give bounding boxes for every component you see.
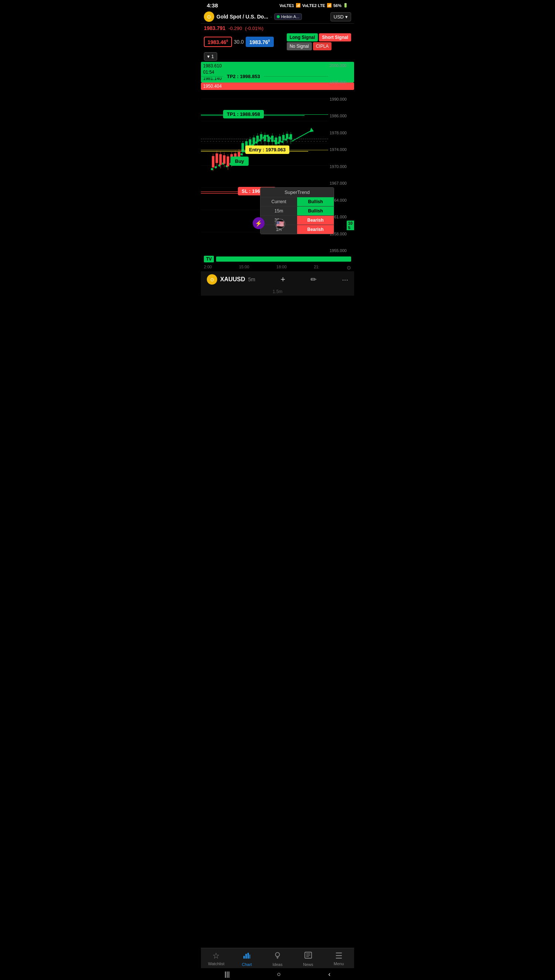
green-bar	[216, 257, 351, 261]
supertrend-row-current: Current Bullish	[260, 197, 334, 206]
short-signal-btn[interactable]: Short Signal	[319, 33, 351, 42]
price-level-1986: 1986.000	[330, 114, 353, 118]
ask-price: 1983.76	[249, 39, 268, 45]
price-level-1955: 1955.000	[330, 248, 353, 253]
symbol-title[interactable]: Gold Spot / U.S. Do...	[217, 14, 268, 19]
price-level-1967: 1967.000	[330, 181, 353, 185]
signal-icon: VoLTE1	[279, 3, 294, 8]
svg-point-14	[215, 166, 217, 168]
pencil-btn[interactable]: ✏	[310, 275, 317, 284]
status-time: 4:38	[207, 2, 218, 8]
tp2-label: TP2 : 1998.853	[223, 72, 264, 81]
tp2-line	[201, 77, 328, 77]
currency-dropdown[interactable]: USD ▾	[330, 12, 351, 21]
price-main: 1983.791	[204, 25, 225, 31]
supertrend-row-15m: 15m Bullish	[260, 206, 334, 215]
xauusd-icon: ⊙	[207, 274, 217, 285]
spread-value: 30.0	[234, 39, 244, 45]
supertrend-table: SuperTrend Current Bullish 15m Bullish 3…	[260, 187, 334, 234]
chart-dropdown[interactable]: ▾ 1	[204, 52, 217, 61]
svg-point-21	[241, 153, 243, 156]
st-timeframe-current: Current	[260, 197, 297, 206]
price-level-1974: 1974.000	[330, 147, 353, 152]
supertrend-row-1h: 1H Bearish	[260, 225, 334, 234]
heikin-badge[interactable]: Heikin A...	[274, 13, 302, 20]
price-level-1978: 1978.000	[330, 131, 353, 135]
lightning-btn[interactable]: ⚡	[253, 217, 265, 229]
entry-label: Entry : 1979.063	[245, 146, 289, 154]
st-signal-1h: Bearish	[297, 225, 334, 234]
tv-logo: TV	[204, 256, 214, 262]
ask-superscript: 0	[268, 39, 270, 43]
add-btn[interactable]: +	[281, 274, 285, 284]
st-signal-current: Bullish	[297, 197, 334, 206]
status-icons: VoLTE1 📶 VoLTE2 LTE 📶 56% 🔋	[279, 3, 348, 8]
tradingview-bar: TV	[201, 254, 354, 264]
time-label-2: 15:00	[239, 265, 249, 271]
st-signal-15m: Bullish	[297, 207, 334, 215]
dropdown-chevron: ▾	[345, 14, 348, 19]
heikin-dot	[277, 15, 280, 18]
price-row: 1983.791 -0.290 (-0.01%)	[201, 24, 354, 32]
header-left: ⊙ Gold Spot / U.S. Do... · Heikin A...	[204, 11, 330, 22]
price-level-1990: 1990.000	[330, 97, 353, 101]
tp1-line	[201, 114, 328, 115]
vol-5: 5	[348, 225, 353, 230]
vol-10: 10	[348, 221, 353, 225]
tp1-label: TP1 : 1988.958	[223, 110, 264, 119]
cipla-btn[interactable]: CIPLA	[313, 42, 332, 50]
price-level-1995: 1995.000	[330, 80, 353, 84]
chart-header: ⊙ Gold Spot / U.S. Do... · Heikin A... U…	[201, 10, 354, 24]
chart-symbol-info: ⊙ XAUUSD 5m	[207, 274, 255, 285]
currency-label: USD	[334, 14, 344, 19]
scroll-hint: 1.5m	[201, 287, 354, 296]
bid-price-box[interactable]: 1983.460	[204, 37, 232, 47]
volume-number-top: 10 5	[347, 221, 354, 230]
svg-point-13	[211, 168, 213, 170]
price-level-1970: 1970.000	[330, 164, 353, 169]
flag-icon: 🇺🇸	[275, 219, 285, 229]
bid-price: 1983.46	[208, 39, 226, 45]
heikin-label: Heikin A...	[281, 14, 300, 19]
supertrend-title: SuperTrend	[260, 188, 334, 197]
battery-icon: 🔋	[343, 3, 348, 8]
time-label-1: 2:00	[204, 265, 212, 271]
chart-timeframe[interactable]: 5m	[248, 276, 255, 282]
price-change-pct: (-0.01%)	[245, 26, 263, 31]
no-signal-btn[interactable]: No Signal	[287, 42, 312, 50]
status-bar: 4:38 VoLTE1 📶 VoLTE2 LTE 📶 56% 🔋	[201, 0, 354, 10]
chart-symbol-name[interactable]: XAUUSD	[220, 276, 245, 283]
more-btn[interactable]: ···	[342, 275, 348, 284]
dropdown-chevron-icon: ▾	[207, 54, 210, 59]
svg-point-32	[281, 141, 284, 143]
current-price-line	[201, 139, 328, 139]
time-axis: 2:00 15:00 18:00 21: ⊙	[201, 264, 354, 271]
chart-area[interactable]: TP2 : 1998.853 TP1 : 1988.958 Entry : 19…	[201, 62, 354, 254]
svg-marker-80	[310, 128, 314, 132]
symbol-icon: ⊙	[204, 11, 214, 22]
price-change: -0.290	[228, 26, 242, 31]
buy-label: Buy	[231, 157, 249, 166]
dropdown-value: 1	[211, 54, 214, 59]
price-level-2000: 2000.000	[330, 63, 353, 68]
battery-pct: 56%	[334, 3, 342, 8]
signal-bars: 📶	[296, 3, 301, 8]
volte2-icon: VoLTE2 LTE	[302, 3, 325, 8]
chart-controls-row: ⊙ XAUUSD 5m + ✏ ···	[201, 271, 354, 287]
st-timeframe-15m: 15m	[260, 207, 297, 215]
signal-bars2: 📶	[327, 3, 332, 8]
time-label-3: 18:00	[276, 265, 287, 271]
st-signal-30m: Bearish	[297, 216, 334, 225]
ask-price-box[interactable]: 1983.760	[246, 37, 274, 47]
target-icon[interactable]: ⊙	[347, 265, 351, 271]
long-signal-btn[interactable]: Long Signal	[287, 33, 318, 42]
bid-superscript: 0	[226, 39, 228, 43]
svg-line-79	[292, 130, 312, 141]
time-label-4: 21:	[314, 265, 319, 271]
supertrend-row-30m: 30m Bearish	[260, 215, 334, 225]
